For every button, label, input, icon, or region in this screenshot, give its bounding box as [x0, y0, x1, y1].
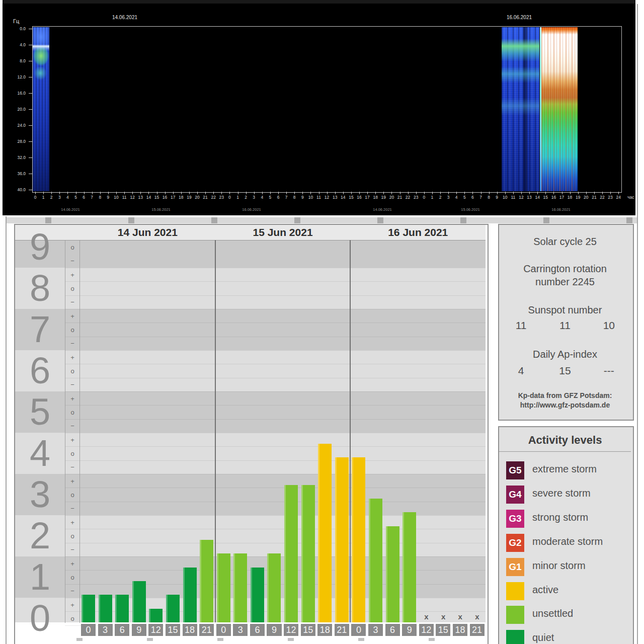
hour-tick-label: 13: [527, 195, 531, 200]
sunspot-value: 11: [499, 319, 543, 332]
hour-tick-mark: [602, 192, 603, 194]
legend-label: minor storm: [532, 560, 586, 572]
sunspot-value: 11: [543, 319, 587, 332]
hour-tick-label: 15: [543, 195, 548, 200]
hour-tick-mark: [578, 192, 579, 194]
freq-tick-label: 40.0: [13, 187, 26, 192]
hour-tick-mark: [35, 192, 36, 194]
kp-bar-15jun-18h: [318, 444, 332, 622]
hour-tick-label: 11: [316, 195, 321, 200]
hour-tick-label: 16: [163, 195, 167, 200]
hour-unit-label: час: [627, 195, 634, 200]
kp-bar-14jun-0h: [82, 595, 95, 622]
legend-label: active: [532, 584, 558, 596]
kp-bar-15jun-0h: [217, 553, 230, 622]
kp-day-separator: [215, 240, 216, 622]
kp-hour-label-box: 0: [351, 624, 366, 636]
carrington-rotation-text: Carrington rotation: [499, 263, 631, 275]
hour-tick-label: 15: [349, 195, 353, 200]
spectrogram-date-label-bottom: 15.06.2021: [461, 207, 480, 212]
outer-frame-left-line: [6, 216, 7, 644]
hour-tick-label: 12: [325, 195, 329, 200]
kp-hour-label-box: 12: [284, 624, 298, 636]
hour-tick-label: 23: [219, 195, 224, 200]
hour-tick-mark: [238, 192, 238, 194]
hour-tick-label: 2: [245, 195, 247, 200]
hour-tick-mark: [327, 192, 328, 194]
kp-third-marker: −: [65, 258, 80, 264]
hour-tick-mark: [108, 192, 109, 194]
kp-hour-label-box: 12: [148, 624, 163, 636]
hour-tick-label: 15: [154, 195, 159, 200]
kp-grid-line: [65, 515, 486, 516]
hour-tick-label: 16: [551, 195, 556, 200]
hour-tick-mark: [59, 192, 60, 194]
hour-tick-mark: [189, 192, 190, 194]
kp-band-9: [15, 240, 486, 268]
kp-band-7: [15, 309, 486, 350]
hour-tick-mark: [586, 192, 587, 194]
kp-hour-label-box: 15: [301, 624, 315, 636]
kp-third-marker: +: [65, 602, 80, 608]
kp-third-marker: o: [65, 533, 80, 539]
kp-third-marker: +: [65, 519, 80, 526]
freq-tick-label: 32.0: [13, 155, 26, 160]
hour-tick-mark: [424, 192, 425, 194]
kp-hour-label-box: 15: [166, 624, 180, 636]
kp-third-marker: −: [65, 381, 80, 388]
g5-color-swatch-icon: G5: [506, 461, 524, 479]
hour-tick-mark: [610, 192, 611, 194]
legend-row-unsettled: unsettled: [506, 606, 627, 624]
hour-tick-mark: [489, 192, 490, 194]
kp-data-credit-url[interactable]: http://www.gfz-potsdam.de: [499, 400, 631, 410]
kp-hour-label-box: 6: [385, 624, 400, 636]
kp-bar-14jun-6h: [115, 595, 129, 622]
kp-bar-14jun-9h: [132, 581, 146, 622]
hour-tick-mark: [400, 192, 400, 194]
hour-tick-label: 10: [308, 195, 313, 200]
kp-grid-line: [65, 419, 486, 420]
hour-tick-mark: [432, 192, 433, 194]
hour-tick-label: 3: [58, 195, 61, 200]
kp-no-data-mark: x: [441, 612, 445, 621]
hour-tick-label: 0: [228, 195, 231, 200]
kp-third-marker: o: [65, 327, 80, 333]
kp-third-marker: o: [65, 409, 80, 416]
kp-bar-15jun-12h: [284, 485, 298, 622]
spectrogram-date-label-top: 14.06.2021: [112, 15, 137, 20]
kp-third-marker: −: [65, 464, 80, 470]
kp-third-marker: o: [65, 368, 80, 374]
sunspot-number-values: 111110: [499, 319, 631, 332]
hour-tick-mark: [100, 192, 101, 194]
hour-tick-label: 19: [187, 195, 191, 200]
spectrogram-date-label-bottom: 16.06.2021: [242, 207, 261, 212]
hour-tick-mark: [148, 192, 149, 194]
kp-third-marker: +: [65, 354, 80, 361]
legend-row-minor-storm: G1minor storm: [506, 558, 627, 576]
hour-tick-label: 5: [463, 195, 466, 200]
hour-tick-label: 8: [488, 195, 490, 200]
kp-grid-line: [65, 337, 486, 337]
kp-grid-line: [65, 474, 486, 474]
kp-hour-label-box: 18: [317, 624, 332, 636]
hour-tick-label: 14: [146, 195, 151, 200]
hour-tick-label: 4: [66, 195, 69, 200]
kp-hour-label-box: 0: [81, 624, 96, 636]
hour-tick-label: 18: [179, 195, 183, 200]
hour-tick-label: 7: [91, 195, 93, 200]
kp-third-marker: +: [65, 272, 80, 278]
kp-hour-label-box: 6: [250, 624, 265, 636]
kp-bar-14jun-15h: [166, 595, 180, 622]
freq-tick-mark: [29, 93, 32, 94]
g1-color-swatch-icon: G1: [506, 558, 524, 576]
cropped-bottom-strip: [45, 638, 483, 641]
ap-value: 15: [543, 365, 587, 377]
spectrogram-date-label-bottom: 14.06.2021: [373, 207, 392, 212]
hour-tick-mark: [51, 192, 52, 194]
kp-third-marker: −: [65, 505, 80, 512]
hour-tick-label: 9: [301, 195, 304, 200]
spectrogram-date-label-bottom: 16.06.2021: [551, 207, 571, 212]
kp-third-marker: o: [65, 244, 80, 251]
kp-third-marker: +: [65, 437, 80, 443]
hour-tick-label: 9: [496, 195, 498, 200]
